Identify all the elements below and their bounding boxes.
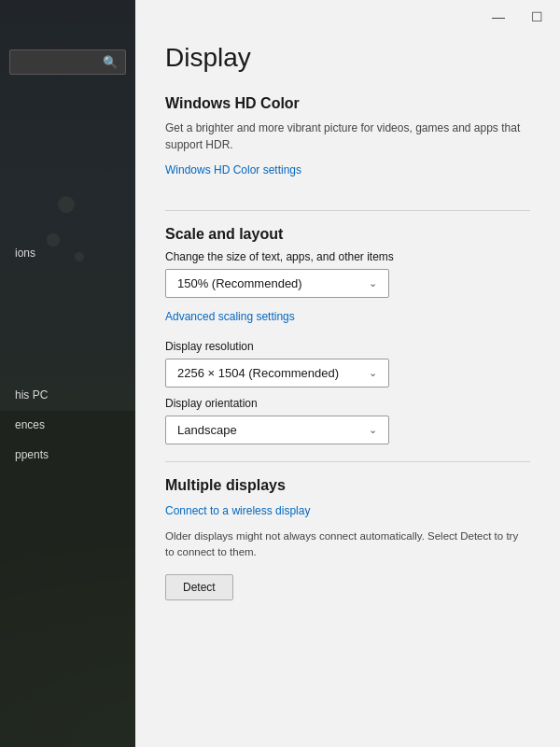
sidebar-search-box[interactable]: 🔍 xyxy=(9,49,126,75)
scale-layout-section-title: Scale and layout xyxy=(165,226,530,243)
sidebar-item-ppents[interactable]: ppents xyxy=(4,441,132,469)
scale-label: Change the size of text, apps, and other… xyxy=(165,250,530,263)
resolution-dropdown-arrow: ⌄ xyxy=(369,367,377,379)
minimize-button[interactable]: — xyxy=(486,7,511,26)
main-settings-panel: — ☐ Display Windows HD Color Get a brigh… xyxy=(135,0,560,747)
scale-dropdown-arrow: ⌄ xyxy=(369,277,377,289)
hd-color-settings-link[interactable]: Windows HD Color settings xyxy=(165,163,301,176)
settings-sidebar: 🔍 ions his PC ences ppents xyxy=(0,0,135,747)
orientation-dropdown[interactable]: Landscape ⌄ xyxy=(165,416,389,444)
section-divider-2 xyxy=(165,461,530,462)
resolution-dropdown-value: 2256 × 1504 (Recommended) xyxy=(177,366,339,380)
page-title: Display xyxy=(165,43,530,73)
multiple-displays-description: Older displays might not always connect … xyxy=(165,529,520,561)
multiple-displays-section-title: Multiple displays xyxy=(165,477,530,494)
orientation-dropdown-arrow: ⌄ xyxy=(369,424,377,436)
hd-color-description: Get a brighter and more vibrant picture … xyxy=(165,120,530,153)
section-divider xyxy=(165,210,530,211)
hd-color-section-title: Windows HD Color xyxy=(165,95,530,112)
search-input[interactable] xyxy=(18,56,92,69)
title-bar: — ☐ xyxy=(135,0,560,34)
sidebar-item-ions[interactable]: ions xyxy=(4,239,132,267)
resolution-label: Display resolution xyxy=(165,340,530,353)
sidebar-nav: ions his PC ences ppents xyxy=(0,239,135,469)
settings-content: Display Windows HD Color Get a brighter … xyxy=(135,34,560,630)
sidebar-item-this-pc[interactable]: his PC xyxy=(4,381,132,409)
connect-wireless-link[interactable]: Connect to a wireless display xyxy=(165,504,310,517)
scale-dropdown[interactable]: 150% (Recommended) ⌄ xyxy=(165,269,389,298)
scale-dropdown-value: 150% (Recommended) xyxy=(177,276,302,290)
search-icon: 🔍 xyxy=(103,55,118,69)
advanced-scaling-link[interactable]: Advanced scaling settings xyxy=(165,310,295,323)
resolution-dropdown[interactable]: 2256 × 1504 (Recommended) ⌄ xyxy=(165,359,389,388)
sidebar-item-ences[interactable]: ences xyxy=(4,411,132,439)
detect-button[interactable]: Detect xyxy=(165,574,233,600)
orientation-dropdown-value: Landscape xyxy=(177,423,237,437)
orientation-label: Display orientation xyxy=(165,397,530,410)
maximize-button[interactable]: ☐ xyxy=(525,7,549,26)
